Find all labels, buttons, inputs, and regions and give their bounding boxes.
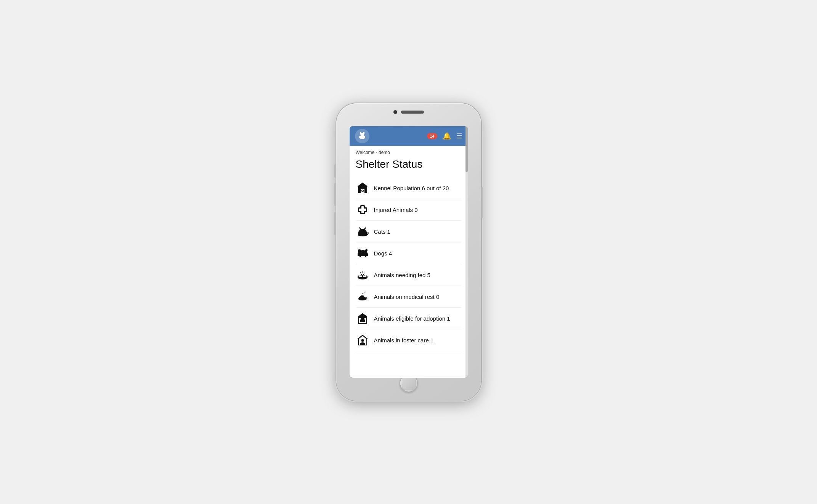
svg-point-8 <box>362 190 363 191</box>
svg-text:z: z <box>364 292 364 294</box>
page-title: Shelter Status <box>356 158 462 170</box>
svg-text:z: z <box>365 291 366 293</box>
dogs-label: Dogs 4 <box>374 250 392 257</box>
scrollbar-thumb[interactable] <box>465 126 468 172</box>
dog-icon <box>356 246 369 260</box>
svg-point-17 <box>362 275 363 277</box>
home-button-inner <box>402 376 416 390</box>
svg-point-29 <box>363 317 364 319</box>
food-bowl-icon <box>356 268 369 282</box>
logo-icon <box>357 131 368 141</box>
status-item-kennel-population: Kennel Population 6 out of 20 <box>356 177 462 199</box>
animals-medical-rest-label: Animals on medical rest 0 <box>374 294 440 300</box>
bandage-icon <box>356 203 369 217</box>
status-item-animals-needing-fed: Animals needing fed 5 <box>356 264 462 286</box>
svg-point-32 <box>361 339 364 342</box>
phone-top-bar <box>393 110 424 114</box>
volume-up-button <box>334 183 336 206</box>
speaker-grille <box>401 111 424 114</box>
adoption-house-icon <box>356 311 369 325</box>
camera-dot <box>393 110 397 114</box>
svg-point-21 <box>363 274 364 275</box>
app-logo <box>355 129 369 143</box>
status-item-cats: Cats 1 <box>356 221 462 242</box>
app-screen: 14 🔔 ☰ Welcome - demo Shelter Status <box>350 126 468 378</box>
app-content[interactable]: Welcome - demo Shelter Status <box>350 146 468 378</box>
svg-point-28 <box>361 317 362 319</box>
notification-badge[interactable]: 14 <box>427 133 437 139</box>
status-item-injured-animals: Injured Animals 0 <box>356 199 462 221</box>
welcome-text: Welcome - demo <box>356 150 462 155</box>
status-item-dogs: Dogs 4 <box>356 242 462 264</box>
app-header: 14 🔔 ☰ <box>350 126 468 146</box>
svg-rect-12 <box>359 209 366 211</box>
injured-animals-label: Injured Animals 0 <box>374 207 418 213</box>
status-item-animals-medical-rest: z z z Animals on medical rest 0 <box>356 286 462 308</box>
svg-point-20 <box>361 274 362 275</box>
volume-down-button <box>334 212 336 235</box>
foster-house-icon <box>356 333 369 347</box>
phone-shell: 14 🔔 ☰ Welcome - demo Shelter Status <box>336 103 481 401</box>
status-item-animals-eligible-adoption: Animals eligible for adoption 1 <box>356 308 462 329</box>
bell-icon[interactable]: 🔔 <box>443 132 451 140</box>
cats-label: Cats 1 <box>374 228 390 235</box>
power-button <box>482 187 483 218</box>
animals-needing-fed-label: Animals needing fed 5 <box>374 272 430 278</box>
mute-button <box>334 164 336 178</box>
scrollbar-track[interactable] <box>465 126 468 378</box>
menu-icon[interactable]: ☰ <box>456 132 462 140</box>
kennel-population-label: Kennel Population 6 out of 20 <box>374 185 449 191</box>
medical-rest-icon: z z z <box>356 290 369 303</box>
animals-eligible-adoption-label: Animals eligible for adoption 1 <box>374 315 450 322</box>
screen-bezel: 14 🔔 ☰ Welcome - demo Shelter Status <box>350 126 468 378</box>
header-right: 14 🔔 ☰ <box>427 132 462 140</box>
svg-text:z: z <box>362 292 363 295</box>
scene: 14 🔔 ☰ Welcome - demo Shelter Status <box>329 88 489 416</box>
kennel-icon <box>356 181 369 195</box>
cat-icon <box>356 225 369 238</box>
status-item-animals-foster-care: Animals in foster care 1 <box>356 329 462 351</box>
animals-foster-care-label: Animals in foster care 1 <box>374 337 434 343</box>
